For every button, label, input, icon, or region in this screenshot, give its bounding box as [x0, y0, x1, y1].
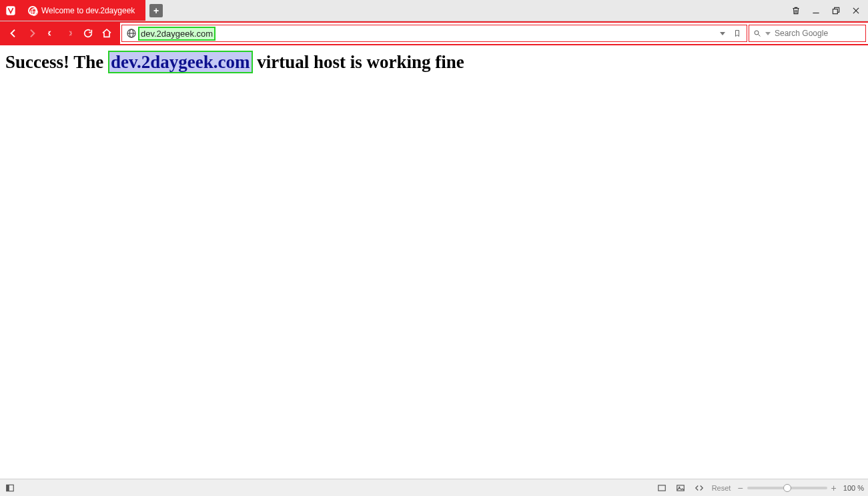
close-icon — [851, 6, 861, 15]
trash-icon — [791, 6, 801, 15]
svg-rect-6 — [833, 9, 837, 13]
bookmark-button[interactable] — [732, 28, 743, 39]
panel-toggle-button[interactable] — [4, 482, 16, 494]
site-info-button[interactable] — [126, 28, 137, 39]
zoom-level-label: 100 % — [843, 484, 864, 492]
maximize-button[interactable] — [831, 5, 841, 16]
forward-button[interactable] — [24, 25, 40, 41]
window-controls — [784, 0, 868, 21]
new-tab-button[interactable]: + — [149, 4, 163, 17]
zoom-in-button[interactable]: + — [831, 483, 837, 493]
rewind-button[interactable] — [43, 25, 59, 41]
svg-rect-16 — [658, 485, 665, 490]
nav-button-group — [0, 23, 120, 44]
titlebar-drag-region[interactable] — [167, 0, 784, 21]
zoom-track[interactable] — [747, 487, 827, 489]
vivaldi-logo-icon — [5, 5, 16, 16]
browser-tab-active[interactable]: Welcome to dev.2daygeek — [21, 0, 145, 21]
image-toggle-button[interactable] — [675, 482, 687, 494]
zoom-out-button[interactable]: − — [737, 483, 743, 493]
tiling-icon — [657, 483, 667, 493]
panel-icon — [5, 483, 15, 493]
svg-line-13 — [759, 35, 761, 37]
svg-rect-17 — [677, 485, 684, 490]
tiling-button[interactable] — [656, 482, 668, 494]
back-button[interactable] — [5, 25, 21, 41]
reload-button[interactable] — [80, 25, 96, 41]
heading-suffix: virtual host is working fine — [253, 52, 464, 72]
url-text: dev.2daygeek.com — [138, 27, 215, 41]
minimize-button[interactable] — [811, 5, 821, 16]
search-box[interactable] — [749, 25, 866, 42]
reload-icon — [83, 28, 93, 39]
svg-rect-15 — [7, 485, 9, 491]
page-viewport[interactable]: Success! The dev.2daygeek.com virtual ho… — [0, 45, 868, 479]
search-engine-selector[interactable] — [753, 28, 761, 39]
rewind-icon — [47, 30, 54, 37]
close-button[interactable] — [851, 5, 861, 16]
zoom-knob[interactable] — [783, 484, 791, 492]
tab-title: Welcome to dev.2daygeek — [41, 6, 135, 15]
heading-highlighted-domain: dev.2daygeek.com — [108, 51, 253, 73]
vivaldi-menu-button[interactable] — [0, 0, 21, 21]
code-icon — [695, 483, 704, 493]
minimize-icon — [811, 6, 821, 15]
image-icon — [676, 483, 685, 493]
svg-point-12 — [755, 31, 759, 35]
url-input[interactable] — [217, 25, 713, 41]
chevron-left-icon — [8, 28, 19, 39]
fastforward-button[interactable] — [61, 25, 77, 41]
title-bar: Welcome to dev.2daygeek + — [0, 0, 868, 21]
page-actions-button[interactable] — [693, 482, 705, 494]
search-icon — [753, 29, 761, 37]
zoom-reset-button[interactable]: Reset — [712, 484, 731, 492]
status-bar: Reset − + 100 % — [0, 479, 868, 496]
trash-button[interactable] — [791, 5, 801, 16]
globe-icon — [28, 6, 37, 15]
address-bar[interactable]: dev.2daygeek.com — [121, 25, 747, 42]
page-heading: Success! The dev.2daygeek.com virtual ho… — [5, 52, 863, 73]
bookmark-icon — [733, 29, 741, 37]
globe-icon — [126, 28, 137, 39]
maximize-restore-icon — [831, 6, 841, 15]
search-input[interactable] — [775, 29, 868, 38]
chevron-down-icon — [720, 32, 725, 35]
chevron-down-icon — [765, 32, 771, 35]
chevron-right-icon — [27, 28, 37, 39]
heading-prefix: Success! The — [5, 52, 108, 72]
home-button[interactable] — [99, 25, 115, 41]
zoom-slider[interactable]: − + — [737, 483, 836, 493]
address-dropdown[interactable] — [717, 28, 728, 39]
home-icon — [101, 28, 112, 39]
navigation-bar: dev.2daygeek.com — [0, 21, 868, 45]
fastforward-icon — [66, 30, 73, 37]
